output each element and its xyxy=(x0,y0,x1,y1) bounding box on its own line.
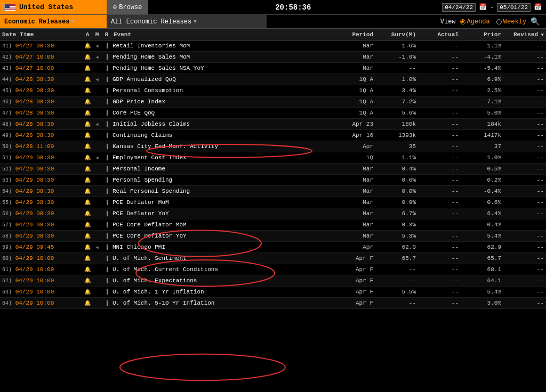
table-row[interactable]: 62) 04/29 10:00 🔔 ▐ U. of Mich. Expectat… xyxy=(0,275,546,287)
cell-chart[interactable]: ▐ xyxy=(102,166,111,172)
table-row[interactable]: 63) 04/29 10:00 🔔 ▐ U. of Mich. 1 Yr Inf… xyxy=(0,287,546,298)
cell-event[interactable]: Personal Consumption xyxy=(111,87,327,94)
table-row[interactable]: 57) 04/29 08:30 🔔 ▐ PCE Core Deflator Mo… xyxy=(0,219,546,231)
cell-chart[interactable]: ▐ xyxy=(102,267,111,273)
cell-chart[interactable]: ▐ xyxy=(102,189,111,194)
cell-alert[interactable]: 🔔 xyxy=(83,289,92,295)
cell-chart[interactable]: ▐ xyxy=(102,88,111,94)
cell-chart[interactable]: ▐ xyxy=(102,54,111,60)
cell-alert[interactable]: 🔔 xyxy=(83,154,92,161)
cell-chart[interactable]: ▐ xyxy=(102,233,111,239)
cell-alert[interactable]: 🔔 xyxy=(83,132,92,138)
table-row[interactable]: 48) 04/28 08:30 🔔 ◀ ▐ Initial Jobless Cl… xyxy=(0,119,546,130)
table-row[interactable]: 61) 04/29 10:00 🔔 ▐ U. of Mich. Current … xyxy=(0,264,546,275)
cell-chart[interactable]: ▐ xyxy=(102,244,111,250)
cell-event[interactable]: Personal Income xyxy=(111,166,327,172)
table-row[interactable]: 50) 04/28 11:00 🔔 ▐ Kansas City Fed Manf… xyxy=(0,141,546,152)
cell-event[interactable]: Pending Home Sales NSA YoY xyxy=(111,65,327,71)
cell-event[interactable]: Core PCE QoQ xyxy=(111,110,327,116)
cell-alert[interactable]: 🔔 xyxy=(83,99,92,105)
cell-alert[interactable]: 🔔 xyxy=(83,87,92,94)
table-row[interactable]: 56) 04/29 08:30 🔔 ▐ PCE Deflator YoY Mar… xyxy=(0,208,546,219)
cell-event[interactable]: U. of Mich. Current Conditions xyxy=(111,266,327,273)
cell-event[interactable]: U. of Mich. 5-10 Yr Inflation xyxy=(111,300,327,306)
cell-event[interactable]: Employment Cost Index xyxy=(111,154,327,161)
economic-releases-selector[interactable]: Economic Releases ▼ xyxy=(0,15,107,28)
cell-alert[interactable]: 🔔 xyxy=(83,54,92,60)
table-row[interactable]: 47) 04/28 08:30 🔔 ▐ Core PCE QoQ 1Q A 5.… xyxy=(0,108,546,119)
table-row[interactable]: 58) 04/29 08:30 🔔 ▐ PCE Core Deflator Yo… xyxy=(0,231,546,242)
cell-chart[interactable]: ▐ xyxy=(102,99,111,105)
cell-event[interactable]: PCE Core Deflator MoM xyxy=(111,222,327,228)
table-row[interactable]: 43) 04/27 10:00 🔔 ▐ Pending Home Sales N… xyxy=(0,63,546,74)
table-row[interactable]: 49) 04/28 08:30 🔔 ▐ Continuing Claims Ap… xyxy=(0,130,546,141)
cell-event[interactable]: Personal Spending xyxy=(111,177,327,183)
cell-alert[interactable]: 🔔 xyxy=(83,110,92,116)
cell-event[interactable]: Retail Inventories MoM xyxy=(111,43,327,49)
table-row[interactable]: 52) 04/29 08:30 🔔 ▐ Personal Income Mar … xyxy=(0,164,546,175)
all-releases-filter[interactable]: All Economic Releases ▼ xyxy=(107,15,267,28)
cell-event[interactable]: MNI Chicago PMI xyxy=(111,244,327,250)
cell-alert[interactable]: 🔔 xyxy=(83,65,92,71)
cell-event[interactable]: Initial Jobless Claims xyxy=(111,121,327,127)
cell-alert[interactable]: 🔔 xyxy=(83,43,92,49)
cell-alert[interactable]: 🔔 xyxy=(83,255,92,262)
cell-alert[interactable]: 🔔 xyxy=(83,199,92,206)
cell-chart[interactable]: ▐ xyxy=(102,133,111,138)
cell-event[interactable]: PCE Deflator YoY xyxy=(111,210,327,217)
search-icon[interactable]: 🔍 xyxy=(531,17,540,26)
cell-chart[interactable]: ▐ xyxy=(102,177,111,183)
cell-alert[interactable]: 🔔 xyxy=(83,166,92,172)
cell-chart[interactable]: ▐ xyxy=(102,200,111,206)
date-from[interactable]: 04/24/22 xyxy=(442,3,476,12)
cell-alert[interactable]: 🔔 xyxy=(83,300,92,306)
country-selector[interactable]: United States xyxy=(0,0,107,14)
cell-chart[interactable]: ▐ xyxy=(102,43,111,49)
cell-alert[interactable]: 🔔 xyxy=(83,143,92,150)
cell-chart[interactable]: ▐ xyxy=(102,144,111,150)
cell-event[interactable]: PCE Core Deflator YoY xyxy=(111,233,327,239)
cell-event[interactable]: GDP Annualized QoQ xyxy=(111,76,327,83)
cell-alert[interactable]: 🔔 xyxy=(83,188,92,194)
date-to[interactable]: 05/01/22 xyxy=(497,3,531,12)
table-row[interactable]: 46) 04/28 08:30 🔔 ▐ GDP Price Index 1Q A… xyxy=(0,96,546,108)
cell-event[interactable]: U. of Mich. 1 Yr Inflation xyxy=(111,289,327,295)
cell-event[interactable]: Pending Home Sales MoM xyxy=(111,54,327,60)
cell-alert[interactable]: 🔔 xyxy=(83,244,92,250)
table-row[interactable]: 59) 04/29 09:45 🔔 ◀ ▐ MNI Chicago PMI Ap… xyxy=(0,242,546,253)
cell-event[interactable]: GDP Price Index xyxy=(111,99,327,105)
cell-event[interactable]: Continuing Claims xyxy=(111,132,327,138)
table-row[interactable]: 45) 04/28 08:30 🔔 ▐ Personal Consumption… xyxy=(0,85,546,96)
cell-alert[interactable]: 🔔 xyxy=(83,277,92,284)
cell-chart[interactable]: ▐ xyxy=(102,155,111,161)
table-row[interactable]: 51) 04/29 08:30 🔔 ◀ ▐ Employment Cost In… xyxy=(0,152,546,164)
browse-button[interactable]: ⊕ Browse xyxy=(107,0,148,14)
table-row[interactable]: 53) 04/29 08:30 🔔 ▐ Personal Spending Ma… xyxy=(0,175,546,186)
cell-chart[interactable]: ▐ xyxy=(102,222,111,228)
cell-event[interactable]: U. of Mich. Expectations xyxy=(111,277,327,284)
cell-chart[interactable]: ▐ xyxy=(102,278,111,284)
cell-alert[interactable]: 🔔 xyxy=(83,76,92,83)
cell-alert[interactable]: 🔔 xyxy=(83,210,92,217)
cell-event[interactable]: Real Personal Spending xyxy=(111,188,327,194)
agenda-radio[interactable]: Agenda xyxy=(460,18,490,26)
cell-chart[interactable]: ▐ xyxy=(102,77,111,83)
cell-chart[interactable]: ▐ xyxy=(102,66,111,71)
cell-chart[interactable]: ▐ xyxy=(102,211,111,217)
cell-event[interactable]: U. of Mich. Sentiment xyxy=(111,255,327,262)
cell-chart[interactable]: ▐ xyxy=(102,300,111,306)
table-row[interactable]: 44) 04/28 08:30 🔔 ◀ ▐ GDP Annualized QoQ… xyxy=(0,74,546,85)
calendar-to-icon[interactable]: 📅 xyxy=(534,3,542,11)
table-row[interactable]: 54) 04/29 08:30 🔔 ▐ Real Personal Spendi… xyxy=(0,186,546,197)
cell-event[interactable]: Kansas City Fed Manf. Activity xyxy=(111,143,327,150)
cell-event[interactable]: PCE Deflator MoM xyxy=(111,199,327,206)
table-row[interactable]: 60) 04/29 10:00 🔔 ▐ U. of Mich. Sentimen… xyxy=(0,253,546,264)
table-row[interactable]: 64) 04/29 10:00 🔔 ▐ U. of Mich. 5-10 Yr … xyxy=(0,298,546,309)
cell-chart[interactable]: ▐ xyxy=(102,121,111,127)
table-row[interactable]: 41) 04/27 08:30 🔔 ◀ ▐ Retail Inventories… xyxy=(0,40,546,52)
table-row[interactable]: 42) 04/27 10:00 🔔 ◀ ▐ Pending Home Sales… xyxy=(0,52,546,63)
weekly-radio[interactable]: Weekly xyxy=(496,18,526,26)
cell-alert[interactable]: 🔔 xyxy=(83,233,92,239)
table-row[interactable]: 55) 04/29 08:30 🔔 ▐ PCE Deflator MoM Mar… xyxy=(0,197,546,208)
cell-alert[interactable]: 🔔 xyxy=(83,266,92,273)
